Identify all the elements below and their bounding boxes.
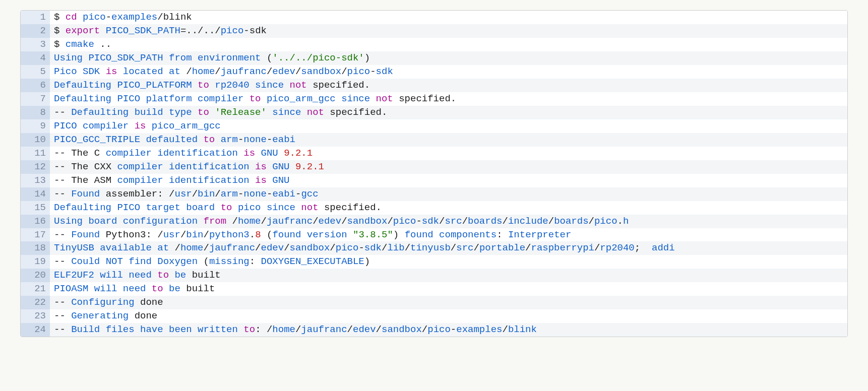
- code-token: is: [106, 66, 123, 77]
- line-content: -- The CXX compiler identification is GN…: [50, 160, 847, 174]
- code-token: .: [364, 80, 370, 91]
- code-token: .: [617, 216, 623, 227]
- code-token: not: [301, 202, 324, 213]
- code-token: boards: [554, 216, 588, 227]
- code-token: need: [123, 283, 152, 294]
- line-number: 5: [21, 65, 50, 79]
- code-token: $: [54, 39, 66, 50]
- code-line: 8-- Defaulting build type to 'Release' s…: [21, 106, 847, 119]
- code-token: rp2040: [600, 242, 634, 253]
- code-token: :: [157, 188, 169, 200]
- code-token: /: [267, 66, 272, 77]
- code-token: .: [192, 25, 198, 36]
- line-content: $ cd pico-examples/blink: [50, 11, 847, 24]
- line-content: PICO compiler is pico_arm_gcc: [50, 119, 847, 133]
- code-block: 1$ cd pico-examples/blink2$ export PICO_…: [20, 10, 848, 337]
- line-number: 19: [21, 255, 50, 269]
- code-token: GNU: [261, 148, 284, 159]
- code-token: sdk: [376, 66, 393, 77]
- code-token: pico: [427, 324, 451, 335]
- code-token: /: [462, 216, 468, 227]
- code-token: .: [376, 202, 382, 213]
- code-token: will: [94, 283, 123, 294]
- code-token: will: [100, 270, 129, 281]
- code-token: /: [204, 229, 209, 240]
- code-token: --: [54, 256, 71, 267]
- code-token: --: [54, 188, 71, 200]
- code-token: src: [445, 216, 462, 227]
- line-number: 18: [21, 241, 50, 255]
- code-line: 24-- Build files have been written to: /…: [21, 323, 847, 337]
- line-content: -- The ASM compiler identification is GN…: [50, 174, 847, 187]
- code-line: 22-- Configuring done: [21, 296, 847, 309]
- code-token: gcc: [301, 188, 318, 200]
- code-token: Defaulting: [54, 202, 117, 213]
- code-token: (: [267, 229, 272, 240]
- code-token: pico: [238, 202, 267, 213]
- code-token: /: [295, 324, 301, 335]
- code-token: 'Release': [215, 107, 272, 118]
- code-token: /: [347, 324, 353, 335]
- code-line: 13-- The ASM compiler identification is …: [21, 174, 847, 187]
- code-token: blink: [508, 324, 537, 335]
- code-token: Interpreter: [508, 229, 571, 240]
- line-number: 20: [21, 269, 50, 282]
- code-token: to: [221, 202, 238, 213]
- line-content: Defaulting PICO_PLATFORM to rp2040 since…: [50, 79, 847, 92]
- code-token: Defaulting: [54, 93, 117, 104]
- code-token: /: [387, 216, 393, 227]
- code-token: been: [169, 324, 198, 335]
- code-token: compiler: [117, 161, 169, 172]
- code-token: is: [135, 120, 152, 132]
- code-token: eabi: [272, 188, 295, 200]
- code-token: bin: [198, 188, 215, 200]
- code-token: /: [295, 66, 301, 77]
- code-token: /: [451, 242, 456, 253]
- code-token: rp2040: [215, 80, 255, 91]
- code-token: none: [243, 134, 267, 145]
- code-token: python3: [209, 229, 250, 240]
- line-number: 16: [21, 215, 50, 228]
- code-token: C: [94, 148, 106, 159]
- code-token: =: [180, 25, 186, 36]
- code-token: raspberrypi: [531, 242, 594, 253]
- code-token: target: [146, 202, 186, 213]
- code-token: pico_arm_gcc: [152, 120, 221, 132]
- code-token: ELF2UF2: [54, 270, 100, 281]
- code-token: ): [393, 229, 405, 240]
- code-line: 4Using PICO_SDK_PATH from environment ('…: [21, 51, 847, 65]
- line-content: PICO_GCC_TRIPLE defaulted to arm-none-ea…: [50, 133, 847, 147]
- line-content: Defaulting PICO platform compiler to pic…: [50, 92, 847, 106]
- code-token: NOT: [106, 256, 129, 267]
- code-line: 12-- The CXX compiler identification is …: [21, 160, 847, 174]
- code-token: compiler: [83, 120, 135, 132]
- code-token: /: [313, 216, 318, 227]
- code-token: examples: [456, 324, 502, 335]
- code-token: --: [54, 161, 71, 172]
- code-token: /: [180, 229, 186, 240]
- code-token: 9.2.1: [284, 148, 313, 159]
- code-line: 17-- Found Python3: /usr/bin/python3.8 (…: [21, 228, 847, 242]
- code-token: defaulted: [146, 134, 203, 145]
- code-token: --: [54, 148, 71, 159]
- code-token: usr: [163, 229, 180, 240]
- code-line: 18TinyUSB available at /home/jaufranc/ed…: [21, 241, 847, 255]
- code-token: blink: [163, 12, 192, 23]
- code-token: since: [272, 107, 306, 118]
- code-token: /: [341, 66, 347, 77]
- code-token: sandbox: [347, 216, 388, 227]
- line-number: 23: [21, 309, 50, 323]
- line-number: 10: [21, 133, 50, 147]
- code-token: /: [330, 242, 335, 253]
- code-token: pico: [347, 66, 370, 77]
- code-token: pico_arm_gcc: [267, 93, 341, 104]
- code-token: Could: [71, 256, 105, 267]
- code-token: ASM: [94, 175, 117, 186]
- code-token: not: [376, 93, 399, 104]
- code-token: Found: [71, 229, 105, 240]
- code-token: /: [215, 188, 220, 200]
- code-line: 5Pico SDK is located at /home/jaufranc/e…: [21, 65, 847, 79]
- code-token: src: [456, 242, 473, 253]
- code-line: 11-- The C compiler identification is GN…: [21, 147, 847, 160]
- code-token: usr: [174, 188, 192, 200]
